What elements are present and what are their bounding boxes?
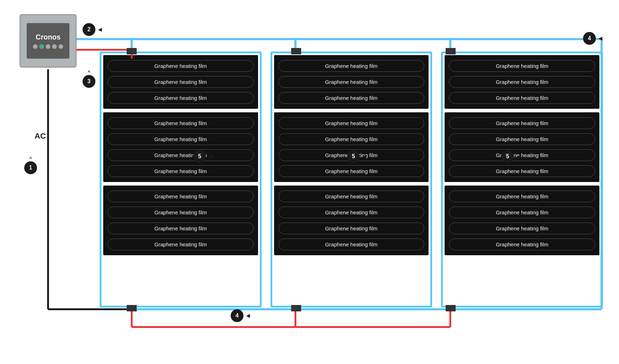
btn-1 xyxy=(33,44,38,49)
num-circle-4-bot: 4 xyxy=(231,309,243,322)
film-strip: Graphene heating film xyxy=(449,239,595,250)
film-strip: Graphene heating film xyxy=(107,76,254,88)
diagram-container: Cronos AC ^ 1 2 ◄ ^ 3 xyxy=(0,0,619,364)
film-strip: Graphene heating film xyxy=(449,223,595,234)
num-circle-1: 1 xyxy=(24,161,37,174)
film-strip: Graphene heating film xyxy=(278,60,425,72)
hat3: ^ xyxy=(83,69,95,75)
film-strip: Graphene heating film xyxy=(278,76,425,88)
film-strip: Graphene heating film xyxy=(107,239,254,250)
hat1: ^ xyxy=(24,156,37,161)
col1-section3: Graphene heating film Graphene heating f… xyxy=(103,186,258,255)
cronos-brand: Cronos xyxy=(36,33,61,41)
film-strip: Graphene heating film xyxy=(107,60,254,72)
num-circle-5-col3: 5 xyxy=(501,150,514,163)
film-strip: Graphene heating film xyxy=(107,191,254,202)
btn-4 xyxy=(52,44,57,49)
col3-section2: Graphene heating film Graphene heating f… xyxy=(445,112,599,182)
panels-area: Graphene heating film Graphene heating f… xyxy=(103,55,599,304)
film-strip: Graphene heating film xyxy=(278,223,425,234)
num3-label: 3 xyxy=(88,78,91,85)
arrow5-col3: ◄ xyxy=(515,153,522,160)
num-circle-3: 3 xyxy=(83,75,95,88)
num4-bot-label: 4 xyxy=(236,312,239,319)
film-strip: Graphene heating film xyxy=(449,117,595,129)
film-strip: Graphene heating film xyxy=(449,207,595,218)
film-strip: Graphene heating film xyxy=(107,117,254,129)
num3-group: ^ 3 xyxy=(83,69,95,88)
cronos-inner: Cronos xyxy=(27,23,69,59)
film-strip: Graphene heating film xyxy=(278,191,425,202)
num2-label: 2 xyxy=(88,26,91,33)
num4-top-label: 4 xyxy=(588,35,591,42)
arrow4-top: ◄ xyxy=(597,35,604,42)
film-strip: Graphene heating film xyxy=(278,165,425,177)
arrow5-col2: ◄ xyxy=(361,153,368,160)
btn-3 xyxy=(46,44,51,49)
panel-column-3: Graphene heating film Graphene heating f… xyxy=(445,55,599,304)
svg-rect-18 xyxy=(127,305,137,311)
panel-column-2: Graphene heating film Graphene heating f… xyxy=(274,55,429,304)
ac-label: AC xyxy=(35,132,46,141)
num5-col3-group: 5 ◄ xyxy=(501,150,522,163)
film-strip: Graphene heating film xyxy=(107,223,254,234)
svg-rect-19 xyxy=(291,305,301,311)
film-strip: Graphene heating film xyxy=(449,191,595,202)
num5-col1-label: 5 xyxy=(198,153,201,160)
panel-column-1: Graphene heating film Graphene heating f… xyxy=(103,55,258,304)
film-strip: Graphene heating film xyxy=(107,92,254,104)
film-strip: Graphene heating film xyxy=(107,207,254,218)
num5-col1-group: 5 ◄ xyxy=(193,150,214,163)
film-strip: Graphene heating film xyxy=(449,165,595,177)
film-strip: Graphene heating film xyxy=(449,76,595,88)
film-strip: Graphene heating film xyxy=(278,92,425,104)
num-circle-5-col2: 5 xyxy=(347,150,360,163)
col2-section1: Graphene heating film Graphene heating f… xyxy=(274,55,429,109)
num5-col3-label: 5 xyxy=(506,153,509,160)
arrow5-col1: ◄ xyxy=(208,153,214,160)
svg-rect-15 xyxy=(127,48,137,54)
film-strip: Graphene heating film xyxy=(449,60,595,72)
btn-5 xyxy=(58,44,63,49)
svg-rect-20 xyxy=(446,305,456,311)
film-strip: Graphene heating film xyxy=(107,133,254,145)
cronos-buttons xyxy=(33,44,63,49)
num1-group: ^ 1 xyxy=(24,156,37,174)
col3-section1: Graphene heating film Graphene heating f… xyxy=(445,55,599,109)
film-strip: Graphene heating film xyxy=(449,92,595,104)
svg-rect-17 xyxy=(446,48,456,54)
num-circle-4-top: 4 xyxy=(583,32,596,45)
col1-section2: Graphene heating film Graphene heating f… xyxy=(103,112,258,182)
arrow4-bot: ◄ xyxy=(245,312,251,320)
num4-bot-group: 4 ◄ xyxy=(231,309,251,322)
col1-section1: Graphene heating film Graphene heating f… xyxy=(103,55,258,109)
svg-rect-16 xyxy=(291,48,301,54)
col2-section2: Graphene heating film Graphene heating f… xyxy=(274,112,429,182)
film-strip: Graphene heating film xyxy=(278,239,425,250)
num-circle-2: 2 xyxy=(83,23,95,36)
film-strip: Graphene heating film xyxy=(449,149,595,161)
arrow2: ◄ xyxy=(97,26,103,33)
film-strip: Graphene heating film xyxy=(107,165,254,177)
num1-label: 1 xyxy=(29,165,32,171)
num4-top-group: 4 ◄ xyxy=(583,32,604,45)
num5-col2-label: 5 xyxy=(352,153,355,160)
col3-section3: Graphene heating film Graphene heating f… xyxy=(445,186,599,255)
btn-2 xyxy=(39,44,44,49)
num5-col2-group: 5 ◄ xyxy=(347,150,368,163)
num-circle-5-col1: 5 xyxy=(193,150,206,163)
col2-section3: Graphene heating film Graphene heating f… xyxy=(274,186,429,255)
cronos-controller: Cronos xyxy=(20,14,77,68)
film-strip: Graphene heating film xyxy=(107,149,254,161)
film-strip: Graphene heating film xyxy=(278,117,425,129)
num2-group: 2 ◄ xyxy=(83,23,103,36)
film-strip: Graphene heating film xyxy=(278,207,425,218)
film-strip: Graphene heating film xyxy=(449,133,595,145)
film-strip: Graphene heating film xyxy=(278,133,425,145)
